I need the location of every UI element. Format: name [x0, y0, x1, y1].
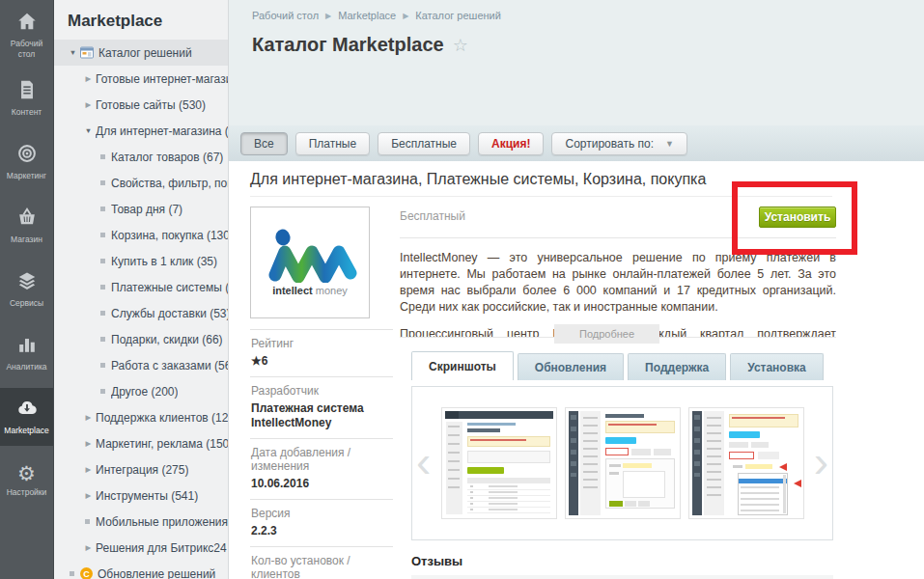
tree-item[interactable]: ▶Интеграция (275)	[54, 456, 228, 482]
app-window: Рабочий столКонтентМаркетингМагазинСерви…	[0, 0, 924, 579]
rail-item-label: Магазин	[11, 234, 42, 244]
thumb-art	[631, 449, 651, 455]
tree-item[interactable]: ▶Решения для Битрикс24 (149	[54, 535, 228, 561]
tree-list: ▼Каталог решений▶Готовые интернет-магази…	[54, 40, 228, 579]
screenshot-thumb-2[interactable]	[565, 407, 681, 519]
tree-item[interactable]: Мобильные приложения (13)	[54, 509, 228, 535]
product-sidebar: intellect money Рейтинг★6РазработчикПлат…	[250, 207, 400, 579]
info-label: Разработчик	[251, 384, 393, 398]
rail-item-marketplace[interactable]: Marketplace	[0, 388, 53, 446]
update-icon-badge: С	[80, 567, 93, 579]
tree-item[interactable]: Свойства, фильтр, поиск	[54, 170, 228, 196]
info-label: Версия	[251, 507, 393, 520]
thumb-art	[608, 424, 657, 426]
breadcrumb-link[interactable]: Рабочий стол	[252, 10, 319, 21]
filter-button[interactable]: Бесплатные	[378, 132, 470, 155]
screenshots-carousel	[411, 386, 833, 540]
rail-item-services[interactable]: Сервисы	[0, 261, 53, 318]
catalog-icon	[80, 46, 94, 59]
tree-item[interactable]: Корзина, покупка (130)	[54, 222, 228, 248]
bullet-icon	[100, 311, 105, 316]
tree-item[interactable]: ▶Готовые сайты (530)	[54, 92, 228, 118]
rail-item-label: Аналитика	[6, 362, 46, 372]
price-label: Бесплатный	[400, 207, 465, 223]
chevron-right-icon: ▶	[81, 543, 96, 552]
rail-item-label: Marketplace	[4, 426, 48, 435]
intellectmoney-logo-icon	[262, 229, 358, 283]
thumb-art	[775, 463, 787, 471]
tree-item[interactable]: Подарки, скидки (66)	[54, 326, 228, 352]
sort-dropdown-button[interactable]: Сортировать по:▼	[551, 132, 686, 155]
chevron-right-icon: ▶	[81, 491, 96, 500]
tree-item-label: Инструменты (541)	[96, 489, 198, 503]
tab-item[interactable]: Поддержка	[628, 353, 726, 380]
thumb-art	[741, 486, 779, 513]
tree-item[interactable]: ▶Маркетинг, реклама (150)	[54, 430, 228, 456]
thumb-art	[729, 452, 754, 459]
tree-item[interactable]: Работа с заказами (56)	[54, 352, 228, 378]
screenshot-thumb-1[interactable]	[441, 407, 557, 519]
rail-item-settings[interactable]: ⚙Настройки	[0, 452, 53, 510]
product-info-item: Кол-во установок / клиентов500 - 999	[250, 546, 393, 579]
product-logo[interactable]: intellect money	[250, 207, 370, 318]
thumb-art	[467, 478, 550, 483]
listing-heading-wrap: Для интернет-магазина, Платежные системы…	[250, 171, 832, 197]
filter-button[interactable]: Платные	[295, 132, 370, 155]
install-button[interactable]: Установить	[759, 207, 836, 228]
rail-item-label: Рабочий стол	[2, 39, 52, 58]
thumb-art	[751, 442, 769, 448]
carousel-next-icon[interactable]	[814, 439, 828, 483]
bullet-icon	[100, 207, 105, 211]
rail-item-desktop[interactable]: Рабочий стол	[0, 6, 53, 64]
product-tabs: СкриншотыОбновленияПоддержкаУстановка	[411, 351, 836, 380]
rail-item-label: Контент	[12, 107, 42, 117]
tree-item-label: Товар дня (7)	[111, 203, 182, 216]
tree-item-label: Каталог товаров (67)	[111, 151, 223, 164]
thumb-art	[605, 414, 644, 418]
tab-item[interactable]: Обновления	[518, 353, 624, 380]
thumb-art	[694, 415, 700, 477]
filter-button-label: Платные	[309, 137, 356, 151]
product-info-item: Дата добавления / изменения10.06.2016	[250, 438, 393, 499]
breadcrumb-link[interactable]: Каталог решений	[415, 10, 501, 21]
carousel-prev-icon[interactable]	[416, 439, 431, 483]
tree-item[interactable]: Каталог товаров (67)	[54, 144, 228, 170]
rail-item-analytics[interactable]: Аналитика	[0, 324, 53, 382]
analytics-icon	[15, 334, 39, 359]
tree-item[interactable]: Платежные системы (94)	[54, 274, 228, 300]
thumb-art	[467, 451, 550, 463]
rail-item-content[interactable]: Контент	[0, 69, 53, 127]
rail-item-store[interactable]: Магазин	[0, 197, 53, 255]
filter-button[interactable]: Акция!	[478, 132, 544, 155]
tab-item[interactable]: Установка	[730, 353, 824, 380]
breadcrumb-link[interactable]: Marketplace	[338, 10, 396, 21]
bullet-icon	[100, 285, 105, 290]
tree-item-label: Поддержка клиентов (129)	[96, 411, 228, 425]
tree-item-label: Готовые сайты (530)	[96, 98, 206, 112]
chevron-right-icon: ▶	[81, 100, 96, 109]
favorite-star-icon[interactable]	[453, 35, 468, 56]
thumb-art	[745, 464, 772, 469]
tree-item[interactable]: ▶Инструменты (541)	[54, 482, 228, 509]
tree-item[interactable]: ▼Для интернет-магазина (617)	[54, 118, 228, 144]
screenshot-thumb-3[interactable]	[688, 407, 804, 519]
tree-item[interactable]: ▼Каталог решений	[54, 40, 228, 66]
more-button[interactable]: Подробнее	[554, 324, 659, 344]
filter-button[interactable]: Все	[240, 132, 288, 155]
rail-item-marketing[interactable]: Маркетинг	[0, 133, 53, 191]
filter-button-label: Все	[254, 137, 274, 151]
tree-item[interactable]: Службы доставки (53)	[54, 300, 228, 326]
tree-item[interactable]: Другое (200)	[54, 378, 228, 404]
tree-item[interactable]: Товар дня (7)	[54, 196, 228, 222]
tree-item[interactable]: СОбновление решений	[54, 561, 228, 579]
tab-active[interactable]: Скриншоты	[411, 351, 514, 380]
info-label: Кол-во установок / клиентов	[251, 554, 393, 579]
catalog-panel: Для интернет-магазина, Платежные системы…	[229, 161, 924, 579]
tree-item[interactable]: Купить в 1 клик (35)	[54, 248, 228, 274]
thumb-art	[638, 501, 650, 507]
thumb-art	[609, 464, 621, 467]
description-wrap: IntellectMoney — это универсальное решен…	[400, 250, 836, 338]
tree-item[interactable]: ▶Готовые интернет-магазины (3	[54, 66, 228, 92]
filter-toolbar: ВсеПлатныеБесплатныеАкция!Сортировать по…	[229, 125, 924, 161]
tree-item[interactable]: ▶Поддержка клиентов (129)	[54, 404, 228, 430]
